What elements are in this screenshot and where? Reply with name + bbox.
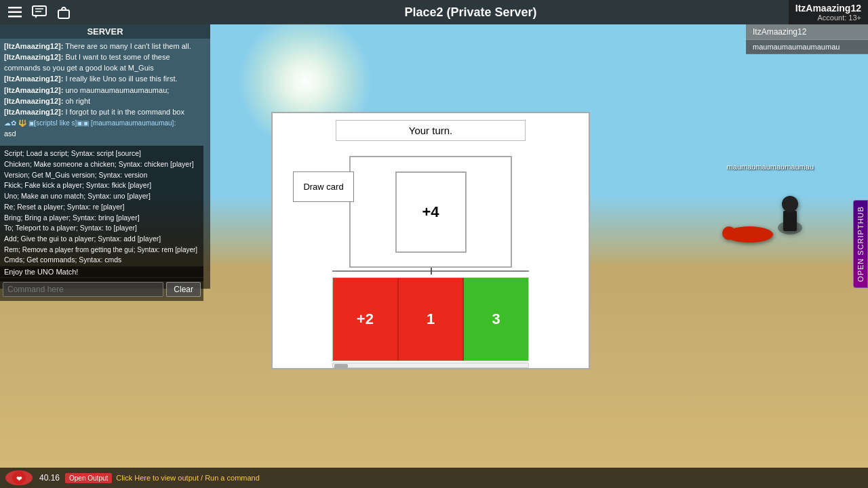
svg-marker-6	[35, 16, 37, 18]
chat-line: ☁✿ 🔱 ▣[scriptsI like s]▣▣ [maumaumaumaum…	[4, 119, 206, 128]
chat-line: [ItzAmaazing12]: uno maumaumaumaumaumau;	[4, 85, 206, 96]
modal-scrollbar[interactable]	[332, 363, 529, 368]
player-username: ItzAmaazing12	[795, 3, 861, 14]
center-card[interactable]: +4	[395, 171, 467, 253]
draw-card-button[interactable]: Draw card	[293, 171, 354, 202]
chat-line: [ItzAmaazing12]: But I want to test some…	[4, 52, 206, 73]
uno-modal: Your turn. Draw card +4 +2 1 3	[271, 112, 590, 369]
chat-line: [ItzAmaazing12]: There are so many I can…	[4, 41, 206, 52]
command-input[interactable]	[3, 282, 163, 297]
script-item: Version; Get M_Guis version; Syntax: ver…	[4, 170, 199, 181]
svg-rect-0	[8, 7, 22, 9]
clear-button[interactable]: Clear	[166, 282, 201, 297]
cursor-line	[332, 270, 529, 272]
script-hub[interactable]: OPEN SCRIPTHUB	[853, 200, 868, 288]
chat-line: [ItzAmaazing12]: I forgot to put it in t…	[4, 107, 206, 117]
notification-text: Click Here to view output / Run a comman…	[116, 474, 260, 482]
script-item: Script; Load a script; Syntax: script [s…	[4, 148, 199, 159]
script-item: Uno; Make an uno match; Syntax: uno [pla…	[4, 191, 199, 202]
character-sprite	[719, 174, 814, 255]
script-item: Add; Give the gui to a player; Syntax: a…	[4, 234, 199, 245]
health-icon: ❤	[5, 470, 33, 485]
command-area: Clear	[0, 278, 203, 301]
character-area: maumaumaumaumaumau	[719, 163, 814, 258]
card-area: +4	[349, 156, 512, 268]
bag-icon[interactable]	[54, 3, 73, 22]
svg-rect-3	[33, 6, 46, 16]
script-item: Fkick; Fake kick a player; Syntax: fkick…	[4, 180, 199, 191]
player-list: ItzAmaazing12 maumaumaumaumaumau	[746, 24, 868, 54]
menu-icon[interactable]	[5, 3, 24, 22]
hand-cards-area: +2 1 3	[332, 277, 529, 361]
player-info-panel: ItzAmaazing12 Account: 13+	[789, 0, 868, 24]
chat-line-input: asd	[4, 129, 206, 139]
script-item: Cmds; Get commands; Syntax: cmds	[4, 255, 199, 266]
svg-point-10	[782, 196, 798, 212]
svg-point-12	[722, 226, 736, 240]
server-label: SERVER	[0, 24, 210, 39]
notification-bar: Open Output Click Here to view output / …	[65, 470, 863, 485]
scrollbar-thumb[interactable]	[334, 364, 348, 368]
script-item: Re; Reset a player; Syntax: re [player]	[4, 202, 199, 213]
character-label: maumaumaumaumaumau	[719, 163, 814, 171]
svg-rect-9	[783, 211, 797, 231]
script-hub-tab[interactable]: OPEN SCRIPTHUB	[853, 200, 868, 288]
enjoy-text: Enjoy the UNO Match!	[0, 266, 203, 277]
script-item: Chicken; Make someone a chicken; Syntax:…	[4, 159, 199, 170]
script-item: Rem; Remove a player from getting the gu…	[4, 245, 199, 255]
bottom-bar: ❤ 40.16 Open Output Click Here to view o…	[0, 468, 868, 488]
svg-rect-7	[58, 10, 69, 18]
topbar: Place2 (Private Server)	[0, 0, 868, 24]
script-item: To; Teleport to a player; Syntax: to [pl…	[4, 223, 199, 234]
hand-card-1[interactable]: +2	[333, 278, 399, 361]
health-value: 40.16	[39, 473, 60, 483]
chat-line: [ItzAmaazing12]: I really like Uno so il…	[4, 74, 206, 84]
window-title: Place2 (Private Server)	[79, 5, 863, 20]
hand-card-3[interactable]: 3	[464, 278, 528, 361]
chat-icon[interactable]	[30, 3, 49, 22]
hand-card-2[interactable]: 1	[399, 278, 465, 361]
script-list: Script; Load a script; Syntax: script [s…	[0, 146, 203, 281]
player-list-item[interactable]: maumaumaumaumaumau	[746, 40, 868, 54]
player-list-item[interactable]: ItzAmaazing12	[746, 24, 868, 40]
chat-line: [ItzAmaazing12]: oh right	[4, 96, 206, 106]
svg-rect-1	[8, 12, 22, 14]
svg-rect-2	[8, 16, 22, 18]
script-item: Bring; Bring a player; Syntax: bring [pl…	[4, 213, 199, 224]
notification-badge[interactable]: Open Output	[65, 473, 112, 483]
turn-indicator: Your turn.	[336, 120, 526, 141]
player-account: Account: 13+	[795, 14, 861, 22]
svg-text:❤: ❤	[16, 475, 22, 483]
